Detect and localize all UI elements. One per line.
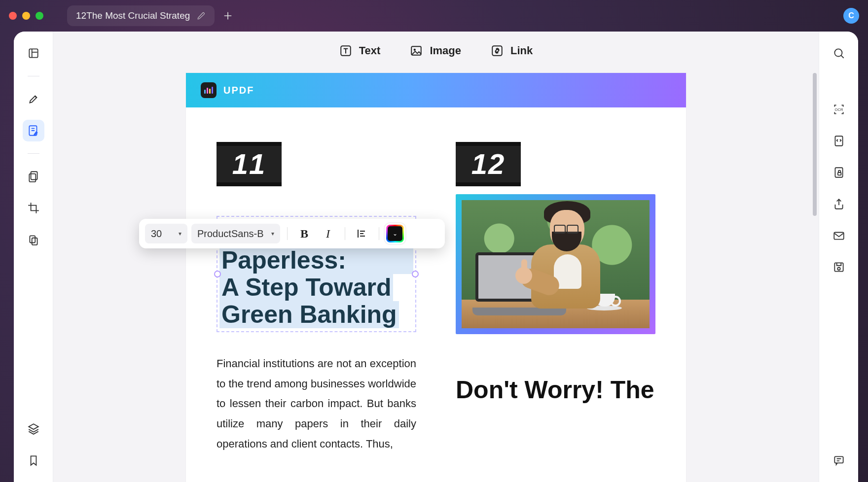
chevron-down-icon: ▾ <box>271 230 274 237</box>
svg-rect-12 <box>835 136 842 146</box>
brand-name: UPDF <box>223 85 254 96</box>
right-column: 12 <box>456 142 655 454</box>
bookmark-icon[interactable] <box>23 449 44 471</box>
left-sidebar <box>14 32 53 482</box>
page: UPDF 11 Going Paperless: A Step Toward G… <box>186 73 686 482</box>
protect-icon[interactable] <box>828 162 850 183</box>
crop-icon[interactable] <box>23 197 44 219</box>
body-paragraph[interactable]: Financial institutions are not an except… <box>217 354 416 454</box>
edit-icon[interactable] <box>23 120 44 141</box>
svg-text:OCR: OCR <box>834 107 843 112</box>
pages-icon[interactable] <box>23 166 44 187</box>
highlighter-icon[interactable] <box>23 88 44 110</box>
bold-button[interactable]: B <box>294 224 314 243</box>
convert-icon[interactable] <box>828 130 850 152</box>
center-area: Text Image Link UPDF <box>53 32 819 482</box>
avatar-initial: C <box>848 11 854 20</box>
italic-button[interactable]: I <box>318 224 338 243</box>
svg-rect-2 <box>31 172 37 179</box>
updf-logo-icon <box>201 82 217 98</box>
add-link-label: Link <box>510 44 533 57</box>
chevron-down-icon: ▾ <box>179 230 181 237</box>
comment-panel-icon[interactable] <box>828 449 850 471</box>
titlebar: 12The Most Crucial Strateg C <box>0 0 868 32</box>
avatar[interactable]: C <box>843 8 859 24</box>
add-image-button[interactable]: Image <box>410 44 461 57</box>
add-text-button[interactable]: Text <box>339 44 381 57</box>
font-size-select[interactable]: 30 ▾ <box>145 224 187 243</box>
text-color-button[interactable]: ⌄ <box>386 225 404 242</box>
align-button[interactable] <box>352 224 372 243</box>
share-icon[interactable] <box>828 193 850 215</box>
section-number-12: 12 <box>456 142 521 186</box>
add-image-label: Image <box>430 44 461 57</box>
svg-rect-5 <box>32 238 37 245</box>
edit-toolbar: Text Image Link <box>53 32 819 70</box>
pencil-icon <box>197 11 206 20</box>
svg-rect-0 <box>29 49 37 57</box>
svg-rect-18 <box>834 456 843 463</box>
layers-icon[interactable] <box>23 418 44 440</box>
document-tab[interactable]: 12The Most Crucial Strateg <box>67 5 215 26</box>
page-brand-header: UPDF <box>186 73 686 107</box>
svg-point-8 <box>414 49 416 51</box>
duplicate-pages-icon[interactable] <box>23 229 44 250</box>
text-format-toolbar: 30 ▾ ProductSans-B ▾ B I ⌄ <box>139 219 445 248</box>
photo-man-with-laptop <box>462 200 650 328</box>
add-link-button[interactable]: Link <box>491 44 533 57</box>
svg-rect-15 <box>834 233 844 240</box>
svg-point-17 <box>837 268 840 270</box>
new-tab-button[interactable] <box>219 7 236 24</box>
divider <box>345 227 345 240</box>
svg-rect-14 <box>837 172 841 175</box>
ocr-icon[interactable]: OCR <box>828 99 850 120</box>
app-body: Text Image Link UPDF <box>14 32 858 482</box>
add-text-label: Text <box>359 44 381 57</box>
right-headline[interactable]: Don't Worry! The <box>456 376 655 404</box>
search-icon[interactable] <box>828 42 850 64</box>
svg-rect-4 <box>30 236 35 242</box>
font-size-value: 30 <box>151 228 162 240</box>
fullscreen-window-icon[interactable] <box>36 12 43 20</box>
font-family-select[interactable]: ProductSans-B ▾ <box>191 224 280 243</box>
right-sidebar: OCR <box>819 32 858 482</box>
reader-icon[interactable] <box>23 42 44 64</box>
tab-strip: 12The Most Crucial Strateg <box>67 5 834 26</box>
svg-point-10 <box>834 49 842 56</box>
divider <box>379 227 379 240</box>
minimize-window-icon[interactable] <box>22 12 30 20</box>
font-family-value: ProductSans-B <box>197 228 264 240</box>
document-canvas[interactable]: UPDF 11 Going Paperless: A Step Toward G… <box>53 70 819 482</box>
close-window-icon[interactable] <box>9 12 17 20</box>
scrollbar-thumb[interactable] <box>813 73 817 216</box>
divider <box>28 76 39 76</box>
svg-rect-3 <box>29 174 36 182</box>
window-controls <box>9 12 43 20</box>
section-number-11: 11 <box>217 142 282 186</box>
svg-rect-9 <box>492 46 502 56</box>
save-icon[interactable] <box>828 256 850 278</box>
chevron-down-icon: ⌄ <box>393 230 398 237</box>
email-icon[interactable] <box>828 225 850 246</box>
left-column: 11 Going Paperless: A Step Toward Green … <box>217 142 416 454</box>
divider <box>28 153 39 154</box>
divider <box>287 227 288 240</box>
tab-title: 12The Most Crucial Strateg <box>76 10 190 21</box>
photo-frame[interactable] <box>456 194 655 334</box>
